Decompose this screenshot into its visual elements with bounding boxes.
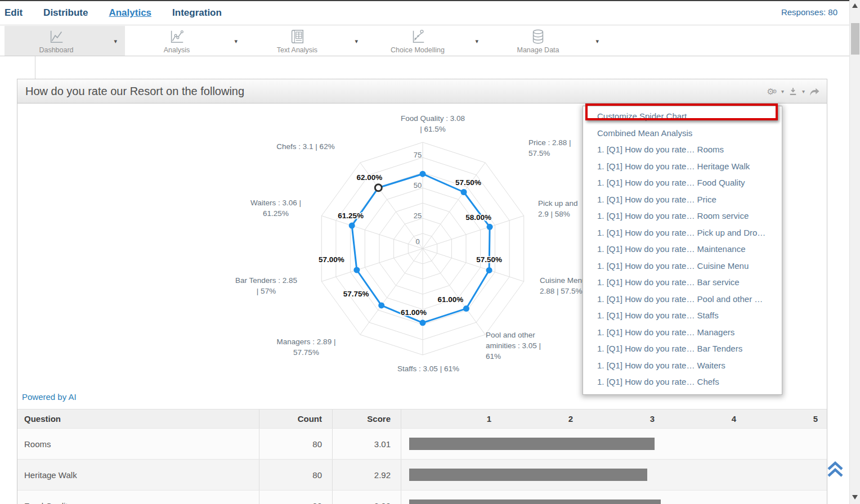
radar-category-label: | 57% bbox=[257, 287, 276, 295]
scale-label: 5 bbox=[813, 414, 818, 424]
toolbar-item-manage-data[interactable]: Manage Data▾ bbox=[486, 26, 607, 56]
table-header-count: Count bbox=[259, 410, 333, 428]
menu-item-1-q1-how-do-you-rate-bar-tenders[interactable]: 1. [Q1] How do you rate… Bar Tenders bbox=[583, 340, 782, 357]
app-window: EditDistributeAnalyticsIntegration Respo… bbox=[0, 0, 860, 504]
nav-item-analytics[interactable]: Analytics bbox=[109, 7, 151, 19]
menu-item-1-q1-how-do-you-rate-cuisine-menu[interactable]: 1. [Q1] How do you rate… Cuisine Menu bbox=[583, 258, 782, 274]
radar-data-point-staffs[interactable] bbox=[420, 320, 426, 326]
radar-data-point-managers[interactable] bbox=[378, 302, 384, 308]
nav-item-edit[interactable]: Edit bbox=[5, 7, 23, 19]
radar-data-point-cuisine-menu[interactable] bbox=[486, 267, 492, 273]
radar-category-label: 2.9 | 58% bbox=[538, 210, 570, 218]
radar-data-label: 61.25% bbox=[338, 212, 364, 220]
radar-tick-label: 0 bbox=[415, 237, 419, 246]
gears-icon[interactable]: ⚙⚙ bbox=[767, 87, 777, 96]
scrollbar-thumb[interactable] bbox=[851, 23, 859, 55]
menu-item-1-q1-how-do-you-rate-bar-service[interactable]: 1. [Q1] How do you rate… Bar service bbox=[583, 274, 782, 291]
top-navigation: EditDistributeAnalyticsIntegration bbox=[0, 1, 849, 25]
chevron-down-icon[interactable]: ▾ bbox=[781, 88, 784, 94]
radar-category-label: | 61.5% bbox=[420, 125, 446, 133]
table-header-question: Question bbox=[17, 410, 259, 428]
scrollbar-down-arrow[interactable] bbox=[852, 495, 858, 500]
analytics-toolbar: Dashboard▾Analysis▾Text Analysis▾Choice … bbox=[0, 26, 849, 56]
chevron-down-icon[interactable]: ▾ bbox=[475, 38, 478, 45]
radar-data-label: 57.50% bbox=[476, 255, 502, 264]
radar-data-point-price[interactable] bbox=[461, 189, 467, 195]
toolbar-item-label: Dashboard bbox=[39, 46, 73, 54]
radar-data-point-pick-up-and-drop[interactable] bbox=[487, 224, 493, 230]
share-icon[interactable] bbox=[809, 87, 820, 97]
table-row-heritage-walk: Heritage Walk802.92 bbox=[17, 460, 827, 490]
radar-data-label: 57.50% bbox=[455, 178, 481, 187]
content-edge-line bbox=[35, 56, 35, 79]
radar-category-label: Chefs : 3.1 | 62% bbox=[276, 142, 334, 151]
radar-category-label: Staffs : 3.05 | 61% bbox=[397, 364, 459, 373]
powered-by-ai-link[interactable]: Powered by AI bbox=[22, 392, 77, 402]
radar-data-label: 57.00% bbox=[319, 255, 344, 264]
radar-category-label: 61% bbox=[486, 352, 501, 361]
menu-item-1-q1-how-do-you-rate-food-quality[interactable]: 1. [Q1] How do you rate… Food Quality bbox=[583, 174, 782, 191]
scrollbar-up-arrow[interactable] bbox=[852, 3, 858, 8]
radar-data-point-chefs[interactable] bbox=[375, 184, 382, 191]
menu-item-1-q1-how-do-you-rate-waiters[interactable]: 1. [Q1] How do you rate… Waiters bbox=[583, 357, 782, 374]
table-header-score: Score bbox=[333, 410, 401, 428]
chevron-down-icon[interactable]: ▾ bbox=[355, 38, 358, 45]
row-score: 2.92 bbox=[333, 460, 401, 490]
scatter-line-chart-icon bbox=[168, 28, 185, 45]
radar-category-label: aminities : 3.05 | bbox=[486, 341, 541, 350]
menu-item-1-q1-how-do-you-rate-maintenance[interactable]: 1. [Q1] How do you rate… Maintenance bbox=[583, 241, 782, 258]
menu-item-1-q1-how-do-you-rate-pick-up-and-dro[interactable]: 1. [Q1] How do you rate… Pick up and Dro… bbox=[583, 224, 782, 241]
nav-item-integration[interactable]: Integration bbox=[172, 7, 222, 19]
radar-axis-spoke bbox=[321, 249, 423, 281]
row-score: 3.08 bbox=[333, 490, 401, 504]
toolbar-item-choice-modelling[interactable]: Choice Modelling▾ bbox=[366, 26, 486, 56]
menu-item-1-q1-how-do-you-rate-price[interactable]: 1. [Q1] How do you rate… Price bbox=[583, 191, 782, 208]
menu-item-1-q1-how-do-you-rate-managers[interactable]: 1. [Q1] How do you rate… Managers bbox=[583, 324, 782, 341]
radar-data-line bbox=[352, 174, 490, 323]
radar-category-label: Waiters : 3.06 | bbox=[250, 199, 301, 207]
menu-item-1-q1-how-do-you-rate-heritage-walk[interactable]: 1. [Q1] How do you rate… Heritage Walk bbox=[583, 158, 782, 175]
radar-data-point-food-quality[interactable] bbox=[420, 171, 426, 177]
line-chart-icon bbox=[48, 28, 65, 45]
table-row-food-quality: Food Quality803.08 bbox=[17, 490, 827, 504]
menu-item-1-q1-how-do-you-rate-chefs[interactable]: 1. [Q1] How do you rate… Chefs bbox=[583, 374, 782, 390]
radar-data-label: 57.75% bbox=[343, 290, 369, 298]
menu-item-1-q1-how-do-you-rate-pool-and-other[interactable]: 1. [Q1] How do you rate… Pool and other … bbox=[583, 291, 782, 308]
toolbar-item-dashboard[interactable]: Dashboard▾ bbox=[5, 26, 125, 56]
row-score-bar-cell bbox=[401, 429, 827, 459]
chevron-down-icon[interactable]: ▾ bbox=[114, 38, 117, 45]
download-icon[interactable] bbox=[788, 87, 798, 97]
choice-chart-icon bbox=[409, 28, 426, 45]
menu-item-combined-mean-analysis[interactable]: Combined Mean Analysis bbox=[583, 125, 782, 142]
chevron-down-icon[interactable]: ▾ bbox=[595, 38, 599, 45]
radar-data-point-waiters[interactable] bbox=[349, 223, 355, 229]
radar-category-label: 57.5% bbox=[528, 149, 550, 158]
scale-label: 4 bbox=[732, 414, 736, 424]
document-report-icon bbox=[289, 28, 306, 45]
nav-item-distribute[interactable]: Distribute bbox=[43, 7, 88, 19]
toolbar-item-text-analysis[interactable]: Text Analysis▾ bbox=[245, 26, 366, 56]
responses-count: Responses: 80 bbox=[781, 7, 837, 17]
chevron-down-icon[interactable]: ▾ bbox=[234, 38, 238, 45]
radar-data-label: 61.00% bbox=[401, 308, 427, 317]
menu-item-customize-spider-chart[interactable]: Customize Spider Chart bbox=[583, 108, 782, 125]
scroll-to-top-button[interactable] bbox=[823, 457, 848, 482]
menu-item-1-q1-how-do-you-rate-rooms[interactable]: 1. [Q1] How do you rate… Rooms bbox=[583, 141, 782, 158]
scale-label: 2 bbox=[568, 414, 573, 424]
toolbar-item-analysis[interactable]: Analysis▾ bbox=[125, 26, 245, 56]
radar-data-label: 61.00% bbox=[438, 295, 464, 304]
chevron-down-icon[interactable]: ▾ bbox=[802, 88, 805, 94]
row-score: 3.01 bbox=[333, 429, 401, 459]
table-header-row: QuestionCountScore12345 bbox=[17, 409, 827, 429]
menu-item-1-q1-how-do-you-rate-room-service[interactable]: 1. [Q1] How do you rate… Room service bbox=[583, 208, 782, 224]
table-row-rooms: Rooms803.01 bbox=[17, 429, 827, 460]
radar-data-point-pool-and-other-aminities[interactable] bbox=[463, 305, 469, 312]
row-question: Rooms bbox=[17, 429, 259, 459]
row-count: 80 bbox=[259, 460, 333, 490]
score-bar bbox=[409, 438, 655, 450]
row-score-bar-cell bbox=[401, 460, 827, 490]
toolbar-item-label: Manage Data bbox=[517, 46, 559, 54]
panel-title: How do you rate our Resort on the follow… bbox=[17, 85, 244, 98]
menu-item-1-q1-how-do-you-rate-staffs[interactable]: 1. [Q1] How do you rate… Staffs bbox=[583, 307, 782, 324]
radar-data-point-bar-tenders[interactable] bbox=[353, 267, 360, 273]
